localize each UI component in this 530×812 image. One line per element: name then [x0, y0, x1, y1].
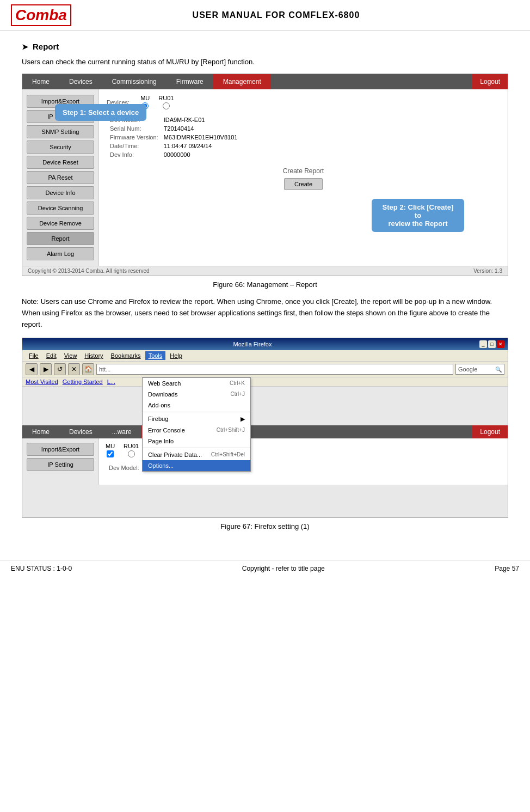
- ff-nav-bar: Home Devices ...ware Management Logout: [22, 425, 508, 438]
- note-text: Note: Users can use Chrome and Firefox t…: [22, 296, 508, 330]
- create-button[interactable]: Create: [284, 178, 323, 190]
- sidebar-btn-device-info[interactable]: Device Info: [27, 186, 94, 199]
- page-title: USER MANUAL FOR COMFLEX-6800: [193, 10, 360, 20]
- ff-stop-btn[interactable]: ✕: [68, 363, 80, 375]
- dd-web-search-label: Web Search: [148, 380, 181, 387]
- nav-firmware[interactable]: Firmware: [167, 74, 213, 89]
- ff-radio-mu-check[interactable]: [107, 450, 114, 457]
- nav-home[interactable]: Home: [22, 74, 59, 89]
- ff-window-controls: _ □ ✕: [479, 340, 504, 348]
- ff-search-icon: 🔍: [495, 367, 502, 373]
- ff-close-btn[interactable]: ✕: [497, 340, 504, 348]
- dd-page-info[interactable]: Page Info: [143, 436, 250, 447]
- ff-menubar: File Edit View History Bookmarks Tools H…: [22, 350, 508, 362]
- dd-clear-private-data[interactable]: Clear Private Data... Ctrl+Shift+Del: [143, 449, 250, 460]
- device-row: Devices: MU RU01: [107, 95, 500, 109]
- ff-sidebar-btn-import[interactable]: Import&Export: [27, 443, 94, 456]
- firmware-label: Firmware Version:: [108, 133, 161, 141]
- dd-clear-private-shortcut: Ctrl+Shift+Del: [211, 451, 245, 458]
- dd-firebug-label: Firebug: [148, 416, 168, 423]
- ff-address-text: htt...: [99, 366, 110, 373]
- dd-error-console[interactable]: Error Console Ctrl+Shift+J: [143, 425, 250, 436]
- ff-bookmark-other[interactable]: L...: [107, 378, 115, 385]
- nav-devices[interactable]: Devices: [59, 74, 102, 89]
- dd-downloads-shortcut: Ctrl+J: [231, 391, 245, 398]
- logo-area: Comba: [11, 4, 77, 26]
- dd-addons-label: Add-ons: [148, 402, 170, 408]
- ff-menu-bookmarks[interactable]: Bookmarks: [108, 351, 144, 360]
- dd-options[interactable]: Options...: [143, 460, 250, 471]
- ff-toolbar: ◀ ▶ ↺ ✕ 🏠 htt... Google 🔍: [22, 362, 508, 377]
- ff-radio-ru01-radio[interactable]: [128, 450, 135, 457]
- sidebar-btn-device-remove[interactable]: Device Remove: [27, 217, 94, 230]
- page-content: ➤ Report Users can check the current run…: [0, 31, 530, 549]
- ff-bookmark-getting-started[interactable]: Getting Started: [63, 378, 103, 385]
- dd-page-info-label: Page Info: [148, 438, 174, 444]
- footer-page: Page 57: [495, 565, 519, 572]
- ff-forward-btn[interactable]: ▶: [40, 363, 52, 375]
- ff-nav-devices[interactable]: Devices: [59, 425, 102, 438]
- dd-options-label: Options...: [148, 462, 174, 469]
- create-report-title: Create Report: [107, 167, 500, 175]
- sidebar-btn-pa-reset[interactable]: PA Reset: [27, 171, 94, 184]
- sidebar-btn-device-scanning[interactable]: Device Scanning: [27, 202, 94, 215]
- ff-nav-logout[interactable]: Logout: [472, 425, 508, 438]
- ff-nav-home[interactable]: Home: [22, 425, 59, 438]
- ff-menu-history[interactable]: History: [81, 351, 106, 360]
- ff-menu-help[interactable]: Help: [167, 351, 186, 360]
- ff-bookmark-most-visited[interactable]: Most Visited: [26, 378, 58, 385]
- sidebar-btn-alarm-log[interactable]: Alarm Log: [27, 247, 94, 260]
- radio-ru01-label: RU01: [158, 95, 174, 101]
- sidebar-btn-device-reset[interactable]: Device Reset: [27, 156, 94, 169]
- section-title: ➤ Report: [22, 42, 508, 51]
- device-info-table: Dev Model: IDA9M-RK-E01 Serial Num: T201…: [107, 115, 241, 160]
- dev-info-label: Dev Info:: [108, 151, 161, 158]
- dd-downloads-label: Downloads: [148, 391, 177, 398]
- ff-radio-ru01: RU01: [124, 443, 139, 457]
- ff-address-bar[interactable]: htt...: [96, 364, 453, 375]
- ff-menu-file[interactable]: File: [26, 351, 42, 360]
- ff-sidebar-btn-ip[interactable]: IP Setting: [27, 458, 94, 471]
- nav-logout[interactable]: Logout: [472, 74, 508, 89]
- section-title-text: Report: [33, 42, 59, 51]
- ff-titlebar-title: Mozilla Firefox: [26, 341, 479, 347]
- ff-refresh-btn[interactable]: ↺: [54, 363, 66, 375]
- ff-menu-view[interactable]: View: [61, 351, 81, 360]
- ff-back-btn[interactable]: ◀: [26, 363, 38, 375]
- nav-management[interactable]: Management: [213, 74, 271, 89]
- arrow-bullet: ➤: [22, 42, 28, 51]
- dd-sep2: [143, 448, 250, 448]
- logo-box: Comba: [11, 4, 71, 26]
- serial-num-value: T20140414: [162, 125, 240, 132]
- dd-firebug[interactable]: Firebug ▶: [143, 413, 250, 425]
- sidebar-btn-security[interactable]: Security: [27, 141, 94, 154]
- radio-ru01-input[interactable]: [163, 102, 170, 109]
- dd-downloads[interactable]: Downloads Ctrl+J: [143, 389, 250, 400]
- ff-nav-firmware[interactable]: ...ware: [102, 425, 141, 438]
- ff-menu-edit[interactable]: Edit: [43, 351, 60, 360]
- ff-minimize-btn[interactable]: _: [479, 340, 487, 348]
- dd-sep1: [143, 412, 250, 412]
- ff-menu-tools[interactable]: Tools: [145, 351, 166, 360]
- dd-web-search[interactable]: Web Search Ctrl+K: [143, 378, 250, 389]
- screenshot1-container: Home Devices Commissioning Firmware Mana…: [22, 74, 508, 276]
- ff-home-btn[interactable]: 🏠: [82, 363, 94, 375]
- sidebar-btn-report[interactable]: Report: [27, 232, 94, 245]
- ff-search-bar[interactable]: Google 🔍: [455, 364, 504, 375]
- ff-dropdown-menu: Web Search Ctrl+K Downloads Ctrl+J Add-o…: [142, 377, 251, 472]
- sidebar-btn-snmp-setting[interactable]: SNMP Setting: [27, 125, 94, 138]
- ff-bookmarks-bar: Most Visited Getting Started L...: [22, 377, 508, 387]
- figure2-caption: Figure 67: Firefox setting (1): [22, 522, 508, 530]
- ff-radio-group: MU RU01: [106, 443, 139, 457]
- ff-app-body: Home Devices ...ware Management Logout I…: [22, 387, 508, 517]
- logo-text: Comba: [15, 7, 67, 23]
- ff-titlebar: Mozilla Firefox _ □ ✕: [22, 338, 508, 350]
- footer-bar: Copyright © 2013-2014 Comba. All rights …: [22, 266, 508, 276]
- main-area: Devices: MU RU01: [98, 89, 508, 266]
- dd-addons[interactable]: Add-ons: [143, 400, 250, 411]
- radio-ru01: RU01: [158, 95, 174, 109]
- dev-info-value: 00000000: [162, 151, 240, 158]
- ff-radio-ru01-label: RU01: [124, 443, 139, 449]
- ff-maximize-btn[interactable]: □: [488, 340, 496, 348]
- nav-commissioning[interactable]: Commissioning: [102, 74, 167, 89]
